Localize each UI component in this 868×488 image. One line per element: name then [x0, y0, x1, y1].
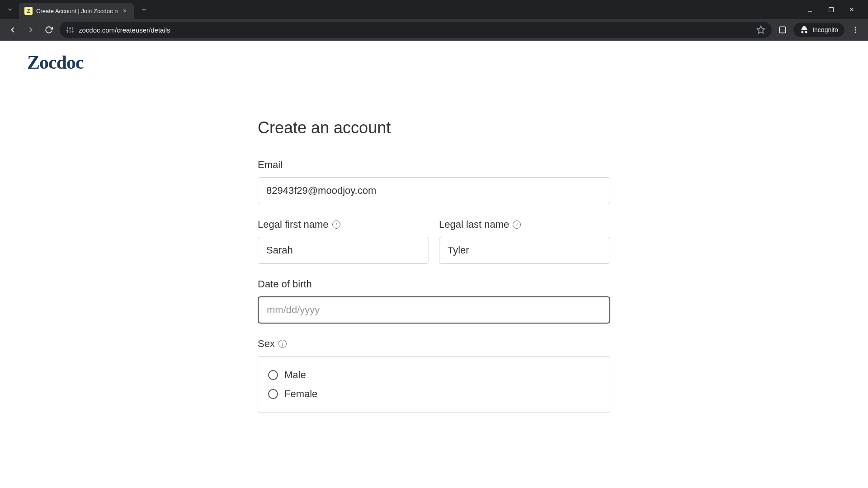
sex-label: Sex i [258, 338, 610, 350]
incognito-badge[interactable]: Incognito [793, 23, 844, 37]
back-button[interactable] [5, 23, 20, 37]
page-title: Create an account [258, 118, 610, 137]
last-name-label-text: Legal last name [439, 219, 509, 230]
maximize-button[interactable] [825, 3, 837, 16]
incognito-icon [800, 25, 809, 34]
first-name-field[interactable] [258, 237, 429, 264]
first-name-group: Legal first name i [258, 219, 429, 264]
svg-rect-3 [829, 7, 833, 12]
minimize-button[interactable] [804, 3, 816, 16]
sex-option-female[interactable]: Female [268, 385, 600, 404]
sex-radio-group: Male Female [258, 356, 610, 413]
radio-label: Female [284, 388, 317, 400]
tab-search-dropdown[interactable] [4, 3, 16, 16]
dob-field[interactable] [258, 296, 610, 324]
url-text: zocdoc.com/createuser/details [79, 26, 170, 34]
svg-marker-15 [757, 26, 765, 33]
svg-point-18 [855, 29, 856, 31]
address-bar: zocdoc.com/createuser/details Incognito [0, 19, 868, 41]
tab-bar: Z Create Account | Join Zocdoc n + [0, 0, 868, 19]
incognito-label: Incognito [812, 26, 838, 33]
email-label: Email [258, 159, 610, 171]
info-icon[interactable]: i [332, 221, 340, 229]
site-settings-icon[interactable] [66, 26, 74, 34]
name-row: Legal first name i Legal last name i [258, 219, 610, 264]
first-name-label: Legal first name i [258, 219, 429, 230]
reload-button[interactable] [42, 23, 56, 37]
browser-chrome: Z Create Account | Join Zocdoc n + [0, 0, 868, 41]
last-name-label: Legal last name i [439, 219, 610, 230]
browser-menu-button[interactable] [848, 23, 863, 37]
forward-button[interactable] [24, 23, 38, 37]
svg-point-19 [855, 32, 856, 33]
close-window-button[interactable] [845, 3, 858, 16]
svg-point-17 [855, 27, 856, 28]
signup-form: Create an account Email Legal first name… [249, 118, 619, 413]
first-name-label-text: Legal first name [258, 219, 329, 230]
radio-icon [268, 389, 278, 399]
window-controls [804, 3, 864, 16]
extensions-icon[interactable] [775, 23, 790, 37]
dob-group: Date of birth [258, 278, 610, 324]
tab-close-button[interactable] [121, 7, 128, 14]
tab-favicon-icon: Z [24, 7, 33, 15]
browser-tab[interactable]: Z Create Account | Join Zocdoc n [19, 3, 134, 19]
radio-label: Male [284, 369, 306, 381]
info-icon[interactable]: i [278, 340, 287, 348]
dob-label: Date of birth [258, 278, 610, 290]
info-icon[interactable]: i [513, 221, 521, 229]
svg-rect-16 [779, 27, 786, 33]
url-bar[interactable]: zocdoc.com/createuser/details [60, 22, 772, 38]
radio-icon [268, 370, 278, 380]
bookmark-icon[interactable] [756, 25, 765, 34]
last-name-group: Legal last name i [439, 219, 610, 264]
email-group: Email [258, 159, 610, 204]
zocdoc-logo[interactable]: Zocdoc [0, 41, 868, 73]
sex-option-male[interactable]: Male [268, 366, 600, 385]
sex-group: Sex i Male Female [258, 338, 610, 413]
last-name-field[interactable] [439, 237, 610, 264]
tab-title: Create Account | Join Zocdoc n [36, 8, 118, 14]
email-field[interactable] [258, 177, 610, 204]
sex-label-text: Sex [258, 338, 275, 350]
new-tab-button[interactable]: + [137, 3, 150, 16]
page-content: Zocdoc Create an account Email Legal fir… [0, 41, 868, 488]
